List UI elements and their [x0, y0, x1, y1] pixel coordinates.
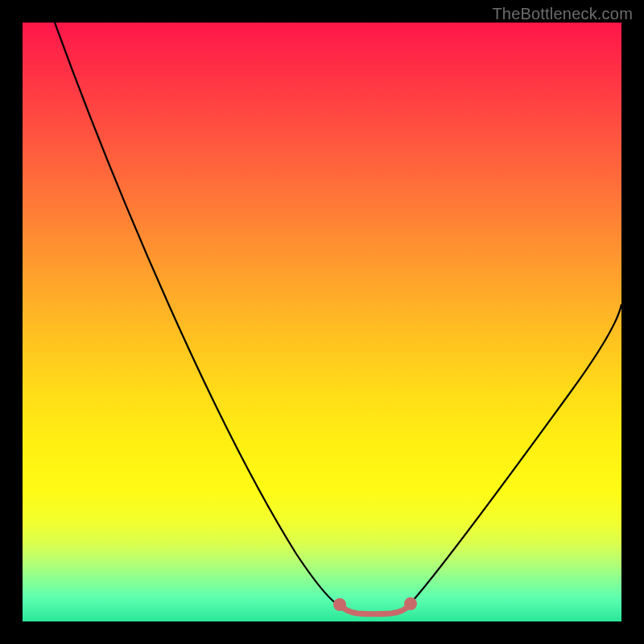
- chart-plot-area: [23, 23, 621, 621]
- watermark-text: TheBottleneck.com: [492, 5, 633, 23]
- svg-point-1: [407, 601, 415, 608]
- bottleneck-curve: [55, 23, 621, 613]
- chart-frame: TheBottleneck.com: [0, 0, 644, 644]
- valley-marker: [336, 601, 415, 614]
- chart-svg: [23, 23, 621, 621]
